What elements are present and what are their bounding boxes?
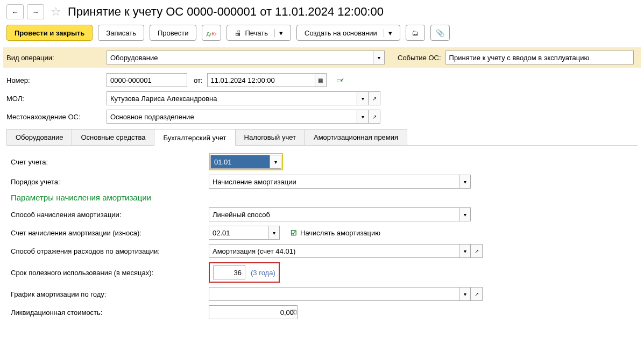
page-title: Принятие к учету ОС 0000-000001 от 11.01… [68, 5, 384, 19]
expense-input[interactable] [209, 244, 459, 258]
order-dropdown[interactable]: ▾ [459, 175, 471, 189]
mol-dropdown[interactable]: ▾ [357, 91, 369, 105]
print-button[interactable]: 🖨 Печать ▾ [227, 25, 291, 41]
date-picker-button[interactable]: ▦ [315, 73, 327, 87]
calculator-icon[interactable]: ⌧ [290, 309, 297, 316]
method-input[interactable] [209, 207, 459, 221]
life-hint: (3 года) [251, 269, 275, 277]
tab-fixed-assets[interactable]: Основные средства [72, 129, 154, 145]
submit-button[interactable]: Провести [150, 25, 197, 41]
life-label: Срок полезного использования (в месяцах)… [11, 269, 204, 277]
salvage-label: Ликвидационная стоимость: [11, 308, 204, 317]
schedule-input[interactable] [209, 287, 459, 301]
amort-account-dropdown[interactable]: ▾ [268, 226, 280, 240]
number-input[interactable] [107, 73, 187, 87]
schedule-dropdown[interactable]: ▾ [459, 287, 471, 301]
create-based-button[interactable]: Создать на основании ▾ [296, 25, 400, 41]
expense-label: Способ отражения расходов по амортизации… [11, 247, 204, 255]
amort-account-input[interactable] [209, 226, 268, 240]
order-label: Порядок учета: [11, 178, 204, 186]
account-input[interactable] [210, 155, 270, 169]
structure-icon: 🗂 [412, 29, 419, 37]
favorite-star-icon[interactable]: ☆ [51, 5, 61, 19]
charge-checkbox-label: Начислять амортизацию [300, 229, 380, 237]
charge-checkbox[interactable]: ☑ [291, 229, 297, 237]
method-dropdown[interactable]: ▾ [459, 207, 471, 221]
location-label: Местонахождение ОС: [6, 113, 102, 121]
from-label: от: [194, 76, 203, 84]
method-label: Способ начисления амортизации: [11, 211, 204, 219]
location-open[interactable]: ↗ [369, 110, 380, 124]
tab-tax[interactable]: Налоговый учет [235, 129, 305, 145]
tab-equipment[interactable]: Оборудование [6, 129, 72, 145]
mol-open[interactable]: ↗ [369, 91, 380, 105]
location-input[interactable] [107, 110, 357, 124]
operation-type-label: Вид операции: [6, 54, 102, 62]
back-button[interactable]: ← [6, 4, 24, 19]
forward-button[interactable]: → [27, 4, 44, 19]
event-input[interactable] [445, 51, 634, 64]
location-dropdown[interactable]: ▾ [357, 110, 369, 124]
account-dropdown[interactable]: ▾ [270, 155, 281, 169]
mol-label: МОЛ: [6, 95, 102, 103]
posted-icon: ▭✔ [335, 75, 346, 85]
expense-open[interactable]: ↗ [471, 244, 483, 258]
save-button[interactable]: Записать [98, 25, 144, 41]
number-label: Номер: [6, 76, 102, 84]
amort-params-header: Параметры начисления амортизации [11, 193, 633, 202]
schedule-label: График амортизации по году: [11, 290, 204, 298]
salvage-input[interactable] [209, 305, 298, 319]
life-input[interactable] [213, 265, 245, 279]
mol-input[interactable] [107, 91, 357, 105]
date-input[interactable] [207, 73, 315, 87]
chevron-down-icon: ▾ [384, 29, 392, 37]
schedule-open[interactable]: ↗ [471, 287, 483, 301]
order-input[interactable] [209, 175, 459, 189]
operation-type-dropdown[interactable]: ▾ [373, 51, 385, 64]
dtkt-icon: ДтКт [207, 29, 217, 37]
chevron-down-icon: ▾ [274, 29, 283, 37]
submit-close-button[interactable]: Провести и закрыть [6, 25, 93, 41]
structure-button[interactable]: 🗂 [406, 25, 425, 41]
event-label: Событие ОС: [398, 54, 441, 62]
expense-dropdown[interactable]: ▾ [459, 244, 471, 258]
tab-amort-premium[interactable]: Амортизационная премия [305, 129, 407, 145]
tab-accounting[interactable]: Бухгалтерский учет [154, 130, 235, 146]
calendar-icon: ▦ [318, 77, 323, 83]
amort-account-label: Счет начисления амортизации (износа): [11, 229, 204, 237]
printer-icon: 🖨 [235, 29, 242, 37]
account-label: Счет учета: [11, 158, 204, 166]
attach-button[interactable]: 📎 [430, 25, 450, 41]
dtkt-button[interactable]: ДтКт [202, 25, 221, 41]
operation-type-input[interactable] [107, 51, 373, 64]
paperclip-icon: 📎 [436, 29, 444, 37]
